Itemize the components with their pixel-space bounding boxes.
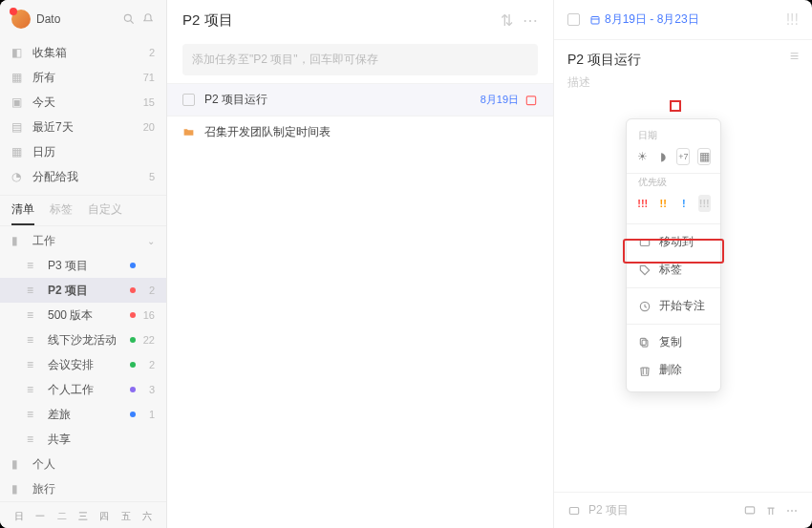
menu-tag[interactable]: 标签 bbox=[627, 256, 720, 284]
svg-rect-7 bbox=[591, 16, 599, 24]
trash-icon[interactable] bbox=[764, 504, 778, 517]
detail-project-label[interactable]: P2 项目 bbox=[588, 502, 629, 518]
list-item-2[interactable]: ≡500 版本16 bbox=[0, 303, 166, 327]
date-tomorrow-icon[interactable]: ◗ bbox=[656, 148, 669, 165]
list-item-0[interactable]: ≡P3 项目 bbox=[0, 253, 166, 278]
list-item-3[interactable]: ≡线下沙龙活动22 bbox=[0, 327, 166, 352]
comment-icon[interactable] bbox=[743, 504, 757, 517]
bell-icon[interactable] bbox=[141, 12, 155, 26]
task-checkbox[interactable] bbox=[182, 94, 195, 106]
date-next7-icon[interactable]: +7 bbox=[676, 148, 690, 165]
folder-icon bbox=[182, 126, 195, 138]
list-item-6[interactable]: ≡差旅1 bbox=[0, 402, 166, 427]
menu-delete[interactable]: 删除 bbox=[627, 356, 720, 384]
svg-rect-10 bbox=[745, 506, 754, 513]
nav-all[interactable]: ▦所有71 bbox=[0, 65, 166, 90]
list-item-1[interactable]: ≡P2 项目2 bbox=[0, 278, 166, 303]
nav-assigned[interactable]: ◔分配给我5 bbox=[0, 164, 166, 189]
detail-priority-icon[interactable]: !!! bbox=[786, 11, 799, 29]
detail-title[interactable]: P2 项目运行 bbox=[554, 40, 654, 73]
task-context-menu: 日期 ☀ ◗ +7 ▦ 优先级 !!! !! ! !!! 移动到 标签 开始专注… bbox=[626, 118, 721, 392]
svg-rect-2 bbox=[526, 95, 535, 104]
list-item-4[interactable]: ≡会议安排2 bbox=[0, 352, 166, 377]
task-row-1[interactable]: 召集开发团队制定时间表 bbox=[167, 116, 553, 148]
menu-priority-label: 优先级 bbox=[627, 174, 720, 193]
priority-med-icon[interactable]: !! bbox=[657, 195, 671, 212]
list-item-5[interactable]: ≡个人工作3 bbox=[0, 377, 166, 402]
nav-today[interactable]: ▣今天15 bbox=[0, 90, 166, 115]
svg-rect-3 bbox=[640, 239, 649, 245]
user-avatar[interactable] bbox=[11, 10, 31, 29]
nav-inbox[interactable]: ◧收集箱2 bbox=[0, 40, 166, 65]
folder-travel[interactable]: ▮旅行 bbox=[0, 476, 166, 501]
detail-checkbox[interactable] bbox=[567, 13, 580, 26]
calendar-flag-icon bbox=[524, 94, 538, 107]
detail-more-icon[interactable]: ⋯ bbox=[785, 504, 799, 517]
date-today-icon[interactable]: ☀ bbox=[636, 148, 649, 165]
menu-copy[interactable]: 复制 bbox=[627, 328, 720, 356]
list-item-7[interactable]: ≡共享 bbox=[0, 427, 166, 452]
more-icon[interactable]: ⋯ bbox=[523, 11, 538, 30]
date-pick-icon[interactable]: ▦ bbox=[697, 148, 711, 165]
detail-date-range[interactable]: 8月19日 - 8月23日 bbox=[589, 11, 699, 28]
folder-personal[interactable]: ▮个人 bbox=[0, 452, 166, 476]
menu-move-to[interactable]: 移动到 bbox=[627, 228, 720, 256]
tab-custom[interactable]: 自定义 bbox=[88, 201, 122, 225]
menu-start-focus[interactable]: 开始专注 bbox=[627, 292, 720, 320]
add-task-input[interactable]: 添加任务至"P2 项目"，回车即可保存 bbox=[182, 44, 538, 75]
svg-rect-5 bbox=[642, 340, 648, 347]
priority-none-icon[interactable]: !!! bbox=[698, 195, 712, 212]
search-icon[interactable] bbox=[122, 12, 136, 26]
folder-work[interactable]: ▮工作⌄ bbox=[0, 228, 166, 253]
menu-date-label: 日期 bbox=[627, 127, 720, 146]
nav-calendar[interactable]: ▦日历 bbox=[0, 139, 166, 164]
sort-icon[interactable]: ⇅ bbox=[501, 11, 513, 30]
svg-rect-9 bbox=[569, 507, 578, 514]
detail-project-icon[interactable] bbox=[567, 504, 581, 517]
svg-line-1 bbox=[131, 21, 134, 24]
detail-description[interactable]: 描述 bbox=[554, 73, 812, 93]
task-row-0[interactable]: P2 项目运行8月19日 bbox=[167, 83, 553, 116]
priority-low-icon[interactable]: ! bbox=[677, 195, 691, 212]
app-name: Dato bbox=[36, 12, 117, 26]
priority-high-icon[interactable]: !!! bbox=[636, 195, 650, 212]
mini-calendar[interactable]: 日一二三四五六 11121314151617 bbox=[0, 501, 166, 528]
tab-lists[interactable]: 清单 bbox=[11, 201, 34, 225]
detail-toggle-icon[interactable]: ≡ bbox=[790, 48, 812, 65]
page-title: P2 项目 bbox=[182, 11, 491, 30]
svg-point-0 bbox=[124, 14, 131, 21]
nav-next7[interactable]: ▤最近7天20 bbox=[0, 115, 166, 139]
tab-tags[interactable]: 标签 bbox=[50, 201, 73, 225]
svg-rect-6 bbox=[640, 338, 646, 345]
